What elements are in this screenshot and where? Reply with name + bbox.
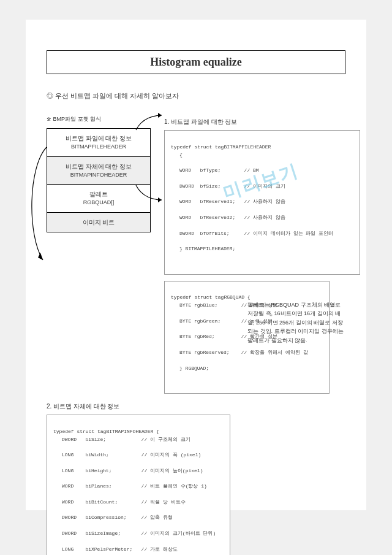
code-line: WORD bfReserved2; // 사용하지 않음 bbox=[171, 214, 353, 222]
stack-cell-palette: 팔레트 RGBQUAD[] bbox=[47, 185, 150, 213]
left-column: ※ BMP파일 포맷 형식 비트맵 파일에 대한 정보 BITMAPFILEHE… bbox=[47, 115, 151, 394]
code-line: DWORD bfSize; // 이미지의 크기 bbox=[171, 183, 353, 191]
stack-label: 비트맵 자체에 대한 정보 bbox=[66, 163, 132, 170]
code-line: WORD biBitCount; // 픽셀 당 비트수 bbox=[53, 499, 224, 507]
stack-cell-info-header: 비트맵 자체에 대한 정보 BITMAPINFOHEADER bbox=[47, 157, 150, 185]
section-2: 2. 비트맵 자체에 대한 정보 typedef struct tagBITMA… bbox=[47, 402, 345, 555]
code-line: WORD bfType; // BM bbox=[171, 167, 353, 175]
code-line: BYTE rgbReserved; // 확장을 위해서 예약된 값 bbox=[171, 349, 323, 357]
svg-marker-2 bbox=[38, 253, 43, 260]
code-line: { bbox=[171, 151, 353, 159]
code-line: DWORD biCompression; // 압축 유형 bbox=[53, 514, 224, 522]
code-line: WORD bfReserved1; // 사용하지 않음 bbox=[171, 198, 353, 206]
code-line: } RGBQUAD; bbox=[171, 365, 323, 373]
stack-label: 이미지 비트 bbox=[83, 219, 115, 226]
code-line: LONG biHeight; // 이미지의 높이(pixel) bbox=[53, 467, 224, 475]
section-1-heading: 1. 비트맵 파일에 대한 정보 bbox=[164, 118, 360, 126]
code-line: LONG biWidth; // 이미지의 폭 (pixel) bbox=[53, 451, 224, 459]
code-line: typedef struct tagBITMAPINFOHEADER { bbox=[53, 429, 159, 434]
stack-sub: RGBQUAD[] bbox=[51, 199, 146, 207]
stack-sub: BITMAPFILEHEADER bbox=[51, 143, 146, 151]
code-fileheader: typedef struct tagBITMAPFILEHEADER { WOR… bbox=[164, 130, 360, 275]
stack-cell-image-bits: 이미지 비트 bbox=[47, 213, 150, 232]
page-title: Histogram equalize bbox=[47, 56, 345, 69]
code-line: LONG biXPelsPerMeter; // 가로 해상도 bbox=[53, 546, 224, 554]
stack-label: 팔레트 bbox=[89, 191, 108, 197]
stack-label: 비트맵 파일에 대한 정보 bbox=[66, 135, 132, 142]
document-page: Histogram equalize ◎ 우선 비트맵 파일에 대해 자세히 알… bbox=[26, 20, 366, 510]
code-line: DWORD biSizeImage; // 이미지의 크기(바이트 단위) bbox=[53, 530, 224, 538]
code-line: DWORD biSize; // 이 구조체의 크기 bbox=[53, 436, 224, 444]
code-line: typedef struct tagRGBQUAD { bbox=[171, 294, 251, 300]
title-box: Histogram equalize bbox=[47, 50, 345, 74]
palette-note: 팔레트는 RGBQUAD 구조체의 배열로 저장될 즉, 16비트이면 16개 … bbox=[247, 300, 345, 345]
code-line: DWORD bfOffBits; // 이미지 데이터가 있는 파일 포인터 bbox=[171, 230, 353, 238]
right-column: 1. 비트맵 파일에 대한 정보 typedef struct tagBITMA… bbox=[164, 115, 360, 394]
intro-line: ◎ 우선 비트맵 파일에 대해 자세히 알아보자 bbox=[47, 91, 345, 101]
stack-sub: BITMAPINFOHEADER bbox=[51, 171, 146, 180]
code-infoheader: typedef struct tagBITMAPINFOHEADER { DWO… bbox=[47, 415, 230, 555]
section-2-heading: 2. 비트맵 자체에 대한 정보 bbox=[47, 402, 345, 411]
code-line: WORD biPlanes; // 비트 플레인 수(항상 1) bbox=[53, 483, 224, 491]
code-line: typedef struct tagBITMAPFILEHEADER bbox=[171, 144, 271, 150]
row-1: ※ BMP파일 포맷 형식 비트맵 파일에 대한 정보 BITMAPFILEHE… bbox=[47, 115, 345, 394]
stack-cell-file-header: 비트맵 파일에 대한 정보 BITMAPFILEHEADER bbox=[47, 129, 150, 157]
subhead-left: ※ BMP파일 포맷 형식 bbox=[47, 115, 151, 123]
bmp-stack: 비트맵 파일에 대한 정보 BITMAPFILEHEADER 비트맵 자체에 대… bbox=[47, 128, 151, 232]
code-line: } BITMAPFILEHEADER; bbox=[171, 245, 353, 253]
